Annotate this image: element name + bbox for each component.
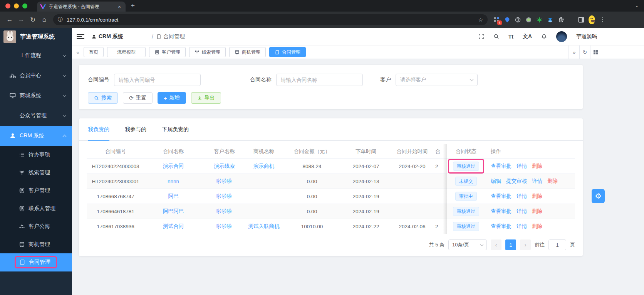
- tags-scroll-right-icon[interactable]: »: [569, 46, 579, 59]
- opportunity-link[interactable]: 演示商机: [253, 163, 274, 169]
- contract-name-input[interactable]: [276, 74, 363, 86]
- page-size-select[interactable]: 10条/页: [448, 239, 487, 250]
- sidebar-item-opportunities[interactable]: 商机管理: [0, 236, 72, 254]
- zoom-window-button[interactable]: [22, 3, 27, 8]
- settings-gear-button[interactable]: ⚙: [592, 189, 605, 203]
- sidebar-item-customers[interactable]: 客户管理: [0, 182, 72, 200]
- delete-link[interactable]: 删除: [532, 223, 542, 229]
- sidebar-item-leads[interactable]: 线索管理: [0, 164, 72, 182]
- tag-process-model[interactable]: 流程模型: [107, 47, 146, 57]
- breadcrumb-root[interactable]: CRM 系统: [91, 33, 149, 40]
- tab-close-icon[interactable]: ×: [116, 3, 122, 10]
- delete-link[interactable]: 删除: [547, 178, 558, 184]
- contract-name-link[interactable]: 演示合同: [163, 163, 184, 169]
- extension-layers-icon[interactable]: [547, 17, 553, 23]
- extensions-puzzle-icon[interactable]: [558, 17, 564, 23]
- extension-circle-icon[interactable]: [525, 17, 532, 23]
- extension-pin-icon[interactable]: [504, 17, 510, 23]
- side-panel-icon[interactable]: [578, 17, 584, 23]
- tag-opportunities[interactable]: 商机管理: [229, 47, 266, 57]
- close-window-button[interactable]: [5, 3, 10, 8]
- bookmark-star-icon[interactable]: ☆: [478, 17, 483, 23]
- font-size-icon[interactable]: Tt: [508, 34, 513, 40]
- contract-name-link[interactable]: 测试合同: [163, 223, 184, 229]
- extension-grid-icon[interactable]: 6: [493, 17, 500, 23]
- language-icon[interactable]: 文A: [523, 33, 532, 40]
- customer-name-link[interactable]: 啦啦啦: [216, 223, 232, 229]
- sidebar-item-contracts[interactable]: 合同管理: [0, 253, 72, 271]
- tab-my-participated[interactable]: 我参与的: [125, 126, 146, 140]
- sidebar-item-public-sea[interactable]: 客户公海: [0, 217, 72, 236]
- delete-link[interactable]: 删除: [532, 193, 542, 199]
- contract-name-link[interactable]: 阿巴阿巴: [163, 208, 184, 214]
- reload-icon[interactable]: ↻: [27, 16, 39, 24]
- back-icon[interactable]: ←: [4, 16, 15, 24]
- sidebar-item-crm-system[interactable]: CRM 系统: [0, 126, 72, 146]
- customer-name-link[interactable]: 啦啦啦: [216, 208, 232, 214]
- delete-link[interactable]: 删除: [532, 208, 542, 214]
- browser-menu-icon[interactable]: ⋮: [599, 17, 606, 23]
- view-approval-link[interactable]: 查看审批: [491, 223, 512, 229]
- edit-link[interactable]: 编辑: [491, 178, 501, 184]
- tab-my-responsible[interactable]: 我负责的: [88, 126, 109, 141]
- user-avatar[interactable]: [556, 31, 567, 42]
- prev-page-button[interactable]: ‹: [491, 239, 501, 250]
- fullscreen-icon[interactable]: [478, 34, 484, 39]
- profile-avatar-emoji[interactable]: [589, 17, 595, 23]
- sidebar-item-todo[interactable]: 待办事项: [0, 146, 72, 164]
- tag-customers[interactable]: 客户管理: [149, 47, 186, 57]
- view-approval-link[interactable]: 查看审批: [491, 208, 512, 214]
- layout-grid-icon[interactable]: [590, 46, 601, 59]
- user-name[interactable]: 芋道源码: [576, 33, 597, 40]
- detail-link[interactable]: 详情: [517, 223, 527, 229]
- view-approval-link[interactable]: 查看审批: [491, 163, 512, 169]
- collapse-menu-icon[interactable]: [77, 34, 84, 39]
- search-button[interactable]: 搜索: [88, 92, 118, 104]
- tab-subordinates[interactable]: 下属负责的: [162, 126, 189, 140]
- refresh-page-icon[interactable]: ↻: [579, 46, 590, 59]
- reset-button[interactable]: ⟳ 重置: [123, 92, 153, 104]
- detail-link[interactable]: 详情: [517, 193, 527, 199]
- search-icon[interactable]: [493, 34, 499, 39]
- forward-icon[interactable]: →: [15, 16, 27, 24]
- detail-link[interactable]: 详情: [532, 178, 542, 184]
- sidebar-item-workflow[interactable]: 工作流程: [0, 46, 72, 66]
- customer-name-link[interactable]: 啦啦啦: [216, 178, 232, 184]
- sidebar-item-member-center[interactable]: 会员中心: [0, 66, 72, 86]
- delete-link[interactable]: 删除: [532, 163, 542, 169]
- detail-link[interactable]: 详情: [517, 163, 527, 169]
- customer-name-link[interactable]: 啦啦啦: [216, 193, 232, 199]
- browser-tab[interactable]: 芋道管理系统 - 合同管理 ×: [37, 2, 126, 12]
- customer-select[interactable]: 请选择客户: [396, 74, 478, 86]
- next-page-button[interactable]: ›: [520, 239, 531, 250]
- extension-star-icon[interactable]: [536, 17, 543, 23]
- submit-approval-link[interactable]: 提交审核: [506, 178, 527, 184]
- page-number-button[interactable]: 1: [505, 239, 516, 250]
- new-tab-button[interactable]: +: [131, 2, 135, 10]
- add-button[interactable]: + 新增: [158, 92, 186, 104]
- tag-leads[interactable]: 线索管理: [189, 47, 226, 57]
- detail-link[interactable]: 详情: [517, 208, 527, 214]
- url-text[interactable]: 127.0.0.1/crm/contract: [67, 17, 474, 23]
- contract-no-input[interactable]: [114, 74, 201, 86]
- bell-icon[interactable]: [541, 34, 547, 40]
- sidebar-item-official-account[interactable]: 公众号管理: [0, 106, 72, 126]
- tag-home[interactable]: 首页: [84, 47, 104, 57]
- contract-name-link[interactable]: hhhh: [168, 179, 179, 184]
- extension-globe-icon[interactable]: [515, 17, 521, 23]
- tag-contracts[interactable]: 合同管理: [269, 47, 306, 57]
- site-info-icon[interactable]: ⓘ: [58, 16, 63, 23]
- goto-page-input[interactable]: [548, 239, 566, 250]
- contract-name-link[interactable]: 阿巴: [168, 193, 179, 199]
- view-approval-link[interactable]: 查看审批: [491, 193, 512, 199]
- sidebar-item-contacts[interactable]: 联系人管理: [0, 200, 72, 218]
- customer-name-link[interactable]: 演示线索: [214, 163, 235, 169]
- tab-search-icon[interactable]: ⌄: [635, 3, 639, 8]
- tags-scroll-left-icon[interactable]: «: [72, 49, 84, 55]
- opportunity-link[interactable]: 测试关联商机: [248, 223, 280, 229]
- minimize-window-button[interactable]: [14, 3, 19, 8]
- export-button[interactable]: 导出: [191, 92, 221, 104]
- home-icon[interactable]: ⌂: [39, 16, 50, 24]
- address-bar[interactable]: ⓘ 127.0.0.1/crm/contract ☆: [53, 14, 488, 25]
- sidebar-item-mall-system[interactable]: 商城系统: [0, 86, 72, 106]
